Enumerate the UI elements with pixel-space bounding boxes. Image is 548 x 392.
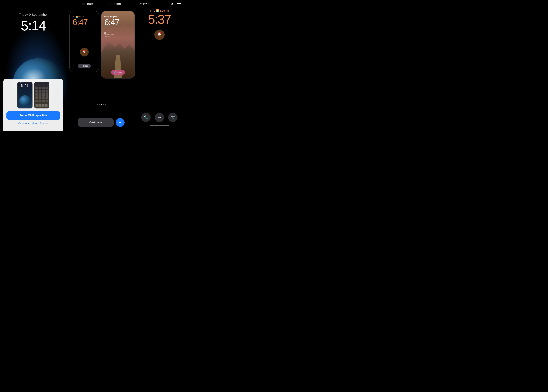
live-time: 5:37 — [136, 12, 183, 26]
battery-icon — [177, 3, 180, 4]
sleep-label-dark: Sleep — [83, 65, 88, 67]
focus-button[interactable]: 🔗 Focus — [111, 70, 125, 75]
battery-fill — [177, 3, 180, 4]
wallpaper-preview-pair: Tuesday 9 January 9:41 — [17, 82, 49, 108]
signal-bar-4 — [173, 3, 173, 5]
focus-label: Focus — [117, 71, 122, 74]
wifi-icon: ▲ — [174, 3, 176, 5]
alarm-section: ⏰ OFF — [136, 30, 183, 40]
alarm-clock-icon: ⏰ — [157, 32, 162, 36]
weather-widget: 20° Moderate Thunde... H:21° L:15° — [104, 32, 115, 37]
flashlight-button[interactable]: 🔦 — [141, 113, 151, 122]
app-icon — [35, 96, 38, 99]
dock-icon — [45, 104, 48, 106]
home-screen-preview[interactable] — [34, 82, 49, 108]
alarm-off-label: OFF — [158, 36, 161, 38]
signal-bar-3 — [172, 3, 173, 5]
dark-wallpaper-preview[interactable]: i 9 🌅 8:16PM 6:47 ⏰ OFF 🛏 Sleep — [69, 11, 99, 72]
carrier-text: Orange F ✓ — [139, 2, 150, 5]
signal-bar-2 — [171, 4, 172, 5]
set-wallpaper-button[interactable]: Set as Wallpaper Pair — [7, 111, 60, 120]
app-icon — [39, 90, 41, 92]
dark-time: 6:47 — [73, 17, 88, 27]
wallpaper-card: Tuesday 9 January 9:41 — [3, 79, 63, 131]
wallpaper-previews: i 9 🌅 8:16PM 6:47 ⏰ OFF 🛏 Sleep Friday 9… — [67, 8, 136, 102]
camera-button[interactable]: 📷 — [168, 113, 177, 122]
lock-screen-preview[interactable]: Tuesday 9 January 9:41 — [17, 82, 33, 108]
action-buttons: 🔦 🛏 📷 — [139, 113, 180, 122]
bottom-actions: 🔦 🛏 📷 — [136, 110, 183, 131]
dot-2 — [99, 104, 100, 105]
dock-icon — [42, 104, 44, 106]
tab-photos[interactable]: PHOTOS — [110, 3, 121, 6]
focus-icon: 🔗 — [114, 71, 116, 74]
panel2-wallpaper-picker: COLOUR PHOTOS i 9 🌅 8:16PM 6:47 ⏰ OFF 🛏 … — [67, 0, 136, 131]
app-icon — [42, 100, 45, 102]
add-wallpaper-button[interactable]: + — [116, 118, 125, 127]
picker-bottom-actions: Customise + — [67, 118, 136, 127]
weather-range: H:21° L:15° — [104, 35, 115, 37]
app-icon — [35, 100, 38, 102]
weather-desc: Moderate Thunde... — [104, 34, 115, 35]
app-icon — [42, 93, 45, 96]
customise-home-button[interactable]: Customise Home Screen — [18, 121, 49, 126]
page-dots — [67, 102, 136, 107]
sleep-icon-dark: 🛏 — [80, 65, 82, 67]
wallpaper-tabs: COLOUR PHOTOS — [67, 0, 136, 8]
status-icons: ▲ — [171, 2, 180, 5]
preview-lock-time: 9:41 — [18, 83, 32, 88]
app-icon — [46, 96, 48, 99]
sleep-button[interactable]: 🛏 — [155, 113, 164, 122]
dot-4 — [103, 104, 104, 105]
weather-temp: 20° — [104, 32, 115, 34]
flashlight-icon: 🔦 — [144, 115, 148, 119]
app-icon — [39, 87, 41, 89]
app-icon — [39, 93, 41, 96]
tab-colour[interactable]: COLOUR — [82, 3, 93, 6]
photo-wallpaper-preview[interactable]: Friday 9 Septem 6:47 20° Moderate Thunde… — [101, 11, 135, 78]
photo-time: 6:47 — [104, 17, 119, 27]
app-icon — [46, 100, 48, 102]
dock-icon — [39, 104, 41, 106]
dot-1 — [97, 104, 98, 105]
alarm-icon: ⏰ — [83, 50, 86, 53]
alarm-widget-dark: ⏰ OFF — [80, 48, 89, 56]
app-icon — [35, 87, 38, 89]
app-icon — [35, 93, 38, 96]
dock-icon — [36, 104, 38, 106]
home-indicator — [150, 125, 169, 126]
app-icon — [39, 100, 41, 102]
sleep-button-dark[interactable]: 🛏 Sleep — [78, 64, 91, 68]
panel3-live-lockscreen: Orange F ✓ ▲ Fri 9 🌅 8:16PM 5:37 ⏰ OFF 🔦 — [136, 0, 183, 131]
panel1-lockscreen: Friday 9 September 5:14 Tuesday 9 Januar… — [0, 0, 67, 131]
status-bar: Orange F ✓ ▲ — [136, 0, 183, 5]
app-icon — [46, 90, 48, 92]
customise-button[interactable]: Customise — [78, 118, 113, 127]
preview-earth — [19, 95, 31, 106]
lockscreen-date: Friday 9 September — [0, 13, 67, 17]
signal-bar-1 — [171, 4, 171, 5]
app-icon — [35, 90, 38, 92]
app-icon — [42, 90, 45, 92]
app-icon — [46, 93, 48, 96]
camera-icon: 📷 — [171, 115, 175, 119]
dot-3 — [101, 104, 102, 105]
signal-icon — [171, 3, 174, 5]
app-icon — [46, 87, 48, 89]
alarm-label-dark: OFF — [83, 53, 86, 54]
alarm-widget: ⏰ OFF — [154, 30, 165, 40]
app-icon — [42, 87, 45, 89]
dot-5 — [105, 104, 106, 105]
app-icon — [42, 96, 45, 99]
app-icon — [39, 96, 41, 99]
sleep-icon: 🛏 — [158, 115, 161, 119]
lockscreen-time: 5:14 — [0, 18, 67, 34]
live-date: Fri 9 🌅 8:16PM — [136, 5, 183, 12]
dock — [35, 104, 49, 107]
